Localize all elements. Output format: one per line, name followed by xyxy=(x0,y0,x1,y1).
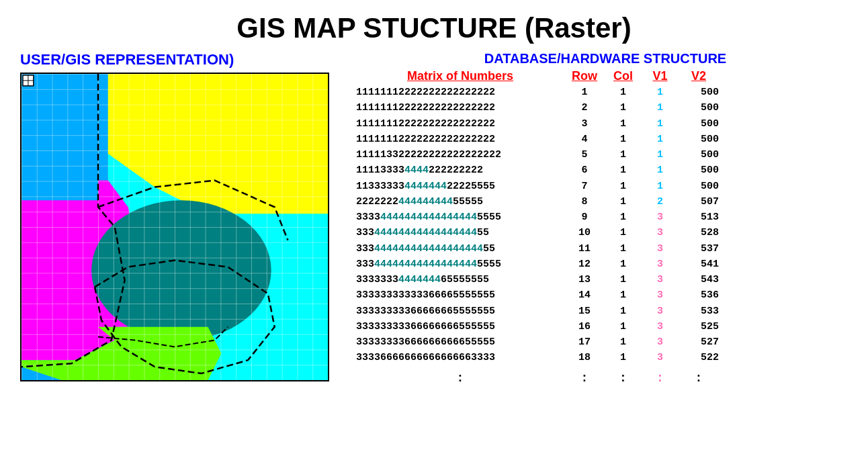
cell-v2: 533 xyxy=(679,304,719,319)
cell-v1: 3 xyxy=(642,304,679,319)
cell-matrix: 33333333666666666655555 xyxy=(356,334,564,350)
cell-v1: 3 xyxy=(642,257,679,272)
table-row: 333344444444444444445555 9 1 3 513 xyxy=(356,210,719,225)
cell-v1: 3 xyxy=(642,210,679,225)
cell-v1: 3 xyxy=(642,272,679,287)
table-row: 33336666666666666663333 18 1 3 522 xyxy=(356,350,719,365)
cell-v2: 500 xyxy=(679,100,719,116)
dots-row: : : : : : xyxy=(356,366,719,390)
cell-matrix: 11111112222222222222222 xyxy=(356,116,564,132)
cell-v2: 513 xyxy=(679,210,719,225)
cell-col-num: 1 xyxy=(605,132,642,147)
cell-v2: 537 xyxy=(679,241,719,257)
cell-matrix: 3334444444444444444455 xyxy=(356,225,564,240)
cell-v2: 500 xyxy=(679,163,719,178)
cell-row-num: 8 xyxy=(564,194,605,210)
cell-col-num: 1 xyxy=(605,334,642,350)
cell-matrix: 333344444444444444445555 xyxy=(356,210,564,225)
cell-v1: 2 xyxy=(642,194,679,210)
cell-row-num: 16 xyxy=(564,319,605,334)
cell-row-num: 14 xyxy=(564,287,605,303)
cell-matrix: 11111112222222222222222 xyxy=(356,85,564,100)
cell-v1: 1 xyxy=(642,85,679,100)
col-header-col: Col xyxy=(605,69,642,83)
cell-row-num: 12 xyxy=(564,257,605,272)
cell-matrix: 111113322222222222222222 xyxy=(356,147,564,163)
page-title: GIS MAP STUCTURE (Raster) xyxy=(0,0,868,51)
cell-row-num: 4 xyxy=(564,132,605,147)
table-row: 11111112222222222222222 2 1 1 500 xyxy=(356,100,719,116)
cell-v1: 3 xyxy=(642,287,679,303)
col-header-row: Row xyxy=(564,69,605,83)
cell-matrix: 11333333444444422225555 xyxy=(356,179,564,194)
cell-v1: 1 xyxy=(642,163,679,178)
map-svg xyxy=(21,74,328,380)
cell-col-num: 1 xyxy=(605,272,642,287)
cell-col-num: 1 xyxy=(605,210,642,225)
cell-matrix: 11111112222222222222222 xyxy=(356,100,564,116)
cell-row-num: 11 xyxy=(564,241,605,257)
cell-matrix: 33333333366666665555555 xyxy=(356,304,564,319)
cell-v1: 3 xyxy=(642,319,679,334)
cell-v1: 3 xyxy=(642,350,679,365)
cell-matrix: 33336666666666666663333 xyxy=(356,350,564,365)
cell-row-num: 3 xyxy=(564,116,605,132)
cell-col-num: 1 xyxy=(605,163,642,178)
data-table: 11111112222222222222222 1 1 1 500 111111… xyxy=(356,85,719,366)
cell-matrix: 111133334444222222222 xyxy=(356,163,564,178)
map-container xyxy=(20,73,329,381)
cell-v2: 525 xyxy=(679,319,719,334)
cell-col-num: 1 xyxy=(605,225,642,240)
cell-col-num: 1 xyxy=(605,116,642,132)
cell-v2: 541 xyxy=(679,257,719,272)
dots-cn: : xyxy=(605,366,642,390)
col-header-matrix: Matrix of Numbers xyxy=(356,69,564,83)
table-row: 333444444444444444445555 12 1 3 541 xyxy=(356,257,719,272)
cell-row-num: 10 xyxy=(564,225,605,240)
cell-row-num: 5 xyxy=(564,147,605,163)
table-row: 3333333444444465555555 13 1 3 543 xyxy=(356,272,719,287)
cell-v2: 522 xyxy=(679,350,719,365)
cell-matrix: 333444444444444444445555 xyxy=(356,257,564,272)
table-row: 33333333333366665555555 14 1 3 536 xyxy=(356,287,719,303)
cell-v1: 1 xyxy=(642,132,679,147)
cell-v2: 500 xyxy=(679,179,719,194)
cell-row-num: 2 xyxy=(564,100,605,116)
table-row: 3334444444444444444455 10 1 3 528 xyxy=(356,225,719,240)
right-panel: DATABASE/HARDWARE STRUCTURE Matrix of Nu… xyxy=(356,51,855,390)
cell-v2: 543 xyxy=(679,272,719,287)
cell-row-num: 7 xyxy=(564,179,605,194)
cell-row-num: 9 xyxy=(564,210,605,225)
cell-matrix: 33333333366666666555555 xyxy=(356,319,564,334)
table-row: 33333333366666665555555 15 1 3 533 xyxy=(356,304,719,319)
cell-col-num: 1 xyxy=(605,179,642,194)
table-row: 11111112222222222222222 1 1 1 500 xyxy=(356,85,719,100)
col-header-v2: V2 xyxy=(679,69,719,83)
cell-v1: 3 xyxy=(642,241,679,257)
dots-v2: : xyxy=(679,366,719,390)
cell-matrix: 33333333333366665555555 xyxy=(356,287,564,303)
cell-matrix: 33344444444444444444455 xyxy=(356,241,564,257)
cell-col-num: 1 xyxy=(605,85,642,100)
cell-matrix: 11111112222222222222222 xyxy=(356,132,564,147)
table-row: 11111112222222222222222 3 1 1 500 xyxy=(356,116,719,132)
db-hw-label: DATABASE/HARDWARE STRUCTURE xyxy=(356,51,855,66)
cell-v2: 500 xyxy=(679,85,719,100)
cell-col-num: 1 xyxy=(605,194,642,210)
table-row: 111113322222222222222222 5 1 1 500 xyxy=(356,147,719,163)
dots-rn: : xyxy=(564,366,605,390)
cell-col-num: 1 xyxy=(605,319,642,334)
cell-row-num: 13 xyxy=(564,272,605,287)
cell-v1: 1 xyxy=(642,179,679,194)
cell-row-num: 1 xyxy=(564,85,605,100)
cell-matrix: 3333333444444465555555 xyxy=(356,272,564,287)
table-row: 33344444444444444444455 11 1 3 537 xyxy=(356,241,719,257)
cell-v2: 500 xyxy=(679,147,719,163)
cell-v2: 500 xyxy=(679,132,719,147)
cell-v1: 1 xyxy=(642,100,679,116)
table-header-row: Matrix of Numbers Row Col V1 V2 xyxy=(356,69,719,83)
cell-v2: 528 xyxy=(679,225,719,240)
table-row: 33333333366666666555555 16 1 3 525 xyxy=(356,319,719,334)
cell-v1: 1 xyxy=(642,147,679,163)
user-gis-label: USER/GIS REPRESENTATION) xyxy=(20,51,234,69)
